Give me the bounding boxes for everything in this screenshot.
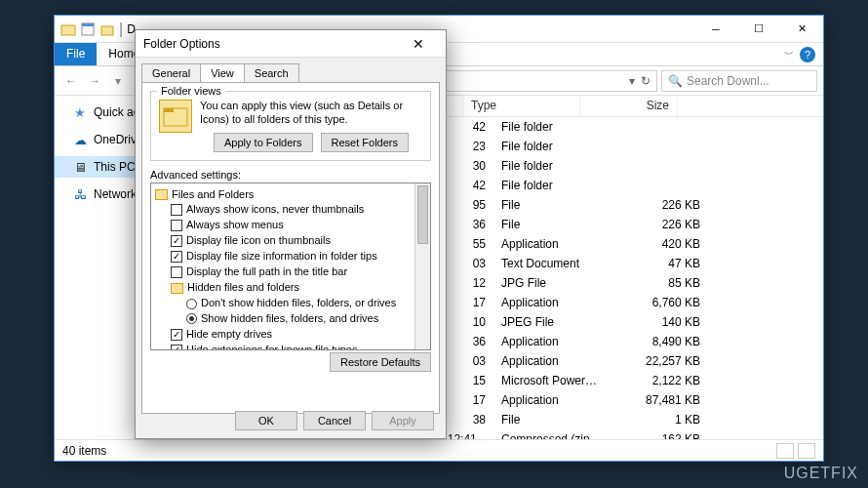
tree-item[interactable]: Display file size information in folder … (153, 249, 428, 264)
scrollbar-thumb[interactable] (417, 185, 428, 244)
col-type[interactable]: Type (463, 96, 580, 116)
folder-views-group: Folder views You can apply this view (su… (150, 91, 431, 161)
folder-icon (171, 283, 183, 294)
dialog-title: Folder Options (143, 37, 220, 51)
tree-item-label: Hide empty drives (186, 327, 272, 343)
tree-item-label: Display file icon on thumbnails (186, 233, 331, 249)
folder-views-icon (159, 100, 192, 133)
monitor-icon: 🖥 (72, 159, 88, 175)
search-icon: 🔍 (668, 74, 683, 88)
checkbox[interactable] (171, 251, 182, 263)
dialog-tabs: General View Search (136, 58, 446, 82)
nav-forward-icon[interactable]: → (84, 70, 105, 92)
watermark: UGETFIX (784, 465, 858, 482)
details-view-icon[interactable] (776, 443, 794, 459)
advanced-settings-label: Advanced settings: (150, 169, 431, 181)
checkbox[interactable] (171, 204, 182, 216)
folder-views-desc: You can apply this view (such as Details… (200, 100, 422, 127)
svg-rect-2 (82, 23, 94, 26)
close-button[interactable]: ✕ (780, 16, 823, 43)
tree-item-label: Display file size information in folder … (186, 249, 377, 264)
new-folder-icon[interactable] (99, 21, 115, 37)
maximize-button[interactable]: ☐ (737, 16, 780, 43)
checkbox[interactable] (171, 220, 182, 231)
nav-recent-icon[interactable]: ▾ (107, 70, 129, 92)
tree-item[interactable]: Hide empty drives (153, 327, 428, 343)
apply-to-folders-button[interactable]: Apply to Folders (214, 133, 312, 152)
folder-views-legend: Folder views (157, 85, 225, 97)
tab-general[interactable]: General (141, 63, 201, 82)
svg-rect-5 (164, 108, 174, 112)
nav-back-icon[interactable]: ← (60, 70, 82, 92)
search-input[interactable]: 🔍 Search Downl... (661, 70, 817, 92)
dialog-panel: Folder views You can apply this view (su… (141, 82, 440, 414)
sidebar-item-label: This PC (94, 160, 136, 174)
tree-item-label: Display the full path in the title bar (186, 264, 347, 280)
large-icons-view-icon[interactable] (798, 443, 815, 459)
tree-item-label: Always show icons, never thumbnails (186, 202, 364, 218)
tree-item[interactable]: Display file icon on thumbnails (153, 233, 428, 249)
cancel-button[interactable]: Cancel (303, 411, 366, 430)
tree-scrollbar[interactable] (414, 183, 430, 349)
tree-item-label: Hide extensions for known file types (186, 343, 357, 350)
tree-item[interactable]: Display the full path in the title bar (153, 264, 428, 280)
tree-root-label: Files and Folders (172, 187, 254, 203)
svg-rect-3 (101, 26, 113, 35)
dialog-close-button[interactable]: ✕ (399, 31, 438, 57)
tree-item[interactable]: Hide extensions for known file types (153, 343, 428, 350)
properties-icon[interactable] (80, 21, 96, 37)
col-size[interactable]: Size (580, 96, 678, 116)
radio[interactable] (186, 299, 197, 309)
tree-item[interactable]: Don't show hidden files, folders, or dri… (153, 296, 428, 311)
network-icon: 🖧 (72, 186, 88, 202)
minimize-button[interactable]: ─ (694, 16, 737, 43)
tree-item-label: Show hidden files, folders, and drives (201, 311, 378, 327)
ribbon-chevron-icon[interactable]: ﹀ (784, 48, 794, 61)
reset-folders-button[interactable]: Reset Folders (321, 133, 409, 152)
tree-item[interactable]: Always show icons, never thumbnails (153, 202, 428, 218)
folder-icon (60, 21, 76, 37)
restore-defaults-button[interactable]: Restore Defaults (330, 352, 431, 372)
ok-button[interactable]: OK (235, 411, 297, 430)
refresh-icon[interactable]: ↻ (641, 74, 651, 88)
item-count: 40 items (62, 444, 106, 458)
star-icon: ★ (72, 104, 88, 120)
apply-button[interactable]: Apply (372, 411, 434, 430)
dialog-titlebar: Folder Options ✕ (136, 30, 446, 58)
dialog-buttons: OK Cancel Apply (235, 411, 434, 430)
checkbox[interactable] (171, 266, 182, 278)
qat-separator: | (119, 20, 123, 38)
advanced-settings-tree[interactable]: Files and Folders Always show icons, nev… (150, 183, 431, 350)
tree-item[interactable]: Show hidden files, folders, and drives (153, 311, 428, 327)
checkbox[interactable] (171, 235, 182, 247)
tab-search[interactable]: Search (244, 63, 299, 82)
tab-view[interactable]: View (200, 63, 245, 82)
cloud-icon: ☁ (72, 132, 88, 147)
tree-item-label: Hidden files and folders (187, 280, 299, 296)
tree-item[interactable]: Hidden files and folders (153, 280, 428, 296)
checkbox[interactable] (171, 345, 182, 350)
folder-options-dialog: Folder Options ✕ General View Search Fol… (135, 29, 447, 439)
search-placeholder: Search Downl... (687, 74, 769, 88)
status-bar: 40 items (55, 439, 823, 461)
folder-icon (155, 189, 168, 200)
tree-root: Files and Folders (153, 187, 428, 203)
tab-file[interactable]: File (55, 43, 97, 65)
radio[interactable] (186, 313, 197, 324)
svg-rect-0 (61, 25, 75, 35)
sidebar-item-label: Network (94, 187, 137, 201)
checkbox[interactable] (171, 329, 182, 341)
help-icon[interactable]: ? (800, 47, 815, 62)
tree-item-label: Don't show hidden files, folders, or dri… (201, 296, 396, 311)
tree-item-label: Always show menus (186, 218, 284, 233)
tree-item[interactable]: Always show menus (153, 218, 428, 233)
